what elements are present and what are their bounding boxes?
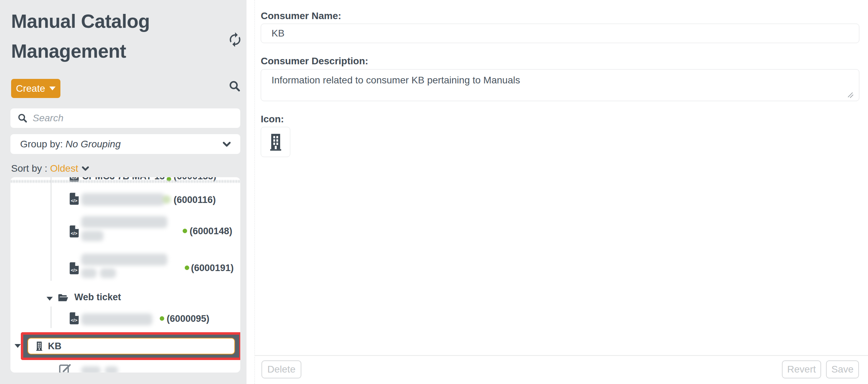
- search-box: [10, 108, 240, 128]
- tree-item-id: (6000191): [191, 263, 234, 273]
- consumer-name-input[interactable]: [261, 24, 859, 43]
- consumer-kb-label: KB: [48, 341, 61, 352]
- redacted-name: [81, 268, 97, 278]
- search-toggle-button[interactable]: [228, 79, 242, 93]
- redacted-name: [81, 313, 152, 325]
- delete-button[interactable]: Delete: [261, 360, 301, 378]
- consumer-name-label: Consumer Name:: [261, 10, 341, 22]
- xml-file-icon: </>: [69, 193, 79, 205]
- redacted-name: [100, 268, 116, 278]
- tree-item-id: (6000095): [167, 313, 209, 324]
- redacted-status-dot: [162, 195, 171, 204]
- form-pencil-icon: [59, 364, 73, 373]
- consumer-description-textarea[interactable]: Information related to consumer KB perta…: [261, 69, 859, 101]
- resize-handle-icon[interactable]: [846, 91, 854, 99]
- group-by-value: No Grouping: [66, 139, 121, 149]
- tree-indent-line: [51, 307, 51, 328]
- page-title: Manual Catalog Management: [11, 6, 178, 66]
- search-input[interactable]: [33, 113, 227, 124]
- redacted-name: [81, 193, 165, 206]
- caret-down-icon[interactable]: [15, 344, 21, 348]
- consumer-kb-rename-input[interactable]: KB: [27, 338, 235, 354]
- manual-catalog-management-app: Manual Catalog Management Create: [0, 0, 868, 384]
- create-button-label: Create: [16, 83, 45, 94]
- status-dot: [183, 229, 187, 233]
- chevron-down-icon: [222, 139, 232, 149]
- sort-by-value[interactable]: Oldest: [50, 163, 78, 174]
- create-button[interactable]: Create: [11, 79, 60, 98]
- redaction-artifact: [10, 180, 240, 183]
- sort-by-label: Sort by :: [11, 163, 47, 174]
- xml-file-icon: </>: [69, 262, 79, 275]
- catalog-tree: </> CPMC3 7B MAY 15 (6000155) </>: [10, 177, 240, 373]
- group-by-select[interactable]: Group by: No Grouping: [10, 134, 240, 154]
- svg-text:</>: </>: [71, 268, 77, 273]
- xml-file-icon: </>: [69, 225, 79, 238]
- save-button[interactable]: Save: [826, 360, 859, 378]
- redacted-name: [81, 254, 167, 265]
- building-icon: [35, 341, 43, 351]
- building-icon: [268, 133, 283, 151]
- redacted-name: [81, 231, 103, 241]
- redacted-name: [105, 366, 118, 373]
- panel-divider: [254, 0, 255, 384]
- consumer-icon-button[interactable]: [261, 127, 290, 157]
- status-dot: [185, 265, 189, 270]
- svg-text:</>: </>: [71, 318, 77, 323]
- tree-item-id: (6000116): [174, 195, 216, 205]
- search-input-icon: [17, 113, 28, 123]
- tree-folder-label: Web ticket: [74, 292, 121, 303]
- tree-indent-line: [51, 177, 51, 281]
- caret-down-icon: [49, 87, 56, 90]
- consumer-description-label: Consumer Description:: [261, 56, 368, 67]
- tree-item-id: (6000148): [190, 226, 232, 237]
- svg-text:</>: </>: [71, 198, 77, 203]
- svg-text:</>: </>: [71, 231, 77, 236]
- search-icon: [228, 80, 242, 92]
- caret-down-icon[interactable]: [47, 297, 53, 301]
- folder-open-icon: [58, 293, 69, 302]
- revert-button[interactable]: Revert: [782, 360, 821, 378]
- status-dot: [160, 316, 164, 321]
- refresh-icon: [227, 32, 244, 48]
- footer-divider: [254, 355, 868, 356]
- group-by-text: Group by: No Grouping: [20, 139, 222, 150]
- kb-row-highlight-annotation: KB: [21, 332, 240, 360]
- chevron-down-icon: [81, 164, 90, 173]
- xml-file-icon: </>: [69, 312, 79, 325]
- refresh-button[interactable]: [227, 31, 244, 48]
- redacted-name: [81, 366, 101, 373]
- redacted-name: [81, 216, 167, 228]
- icon-label: Icon:: [261, 114, 284, 125]
- sidebar: Manual Catalog Management Create: [0, 0, 247, 384]
- sort-by-control[interactable]: Sort by : Oldest: [11, 162, 90, 175]
